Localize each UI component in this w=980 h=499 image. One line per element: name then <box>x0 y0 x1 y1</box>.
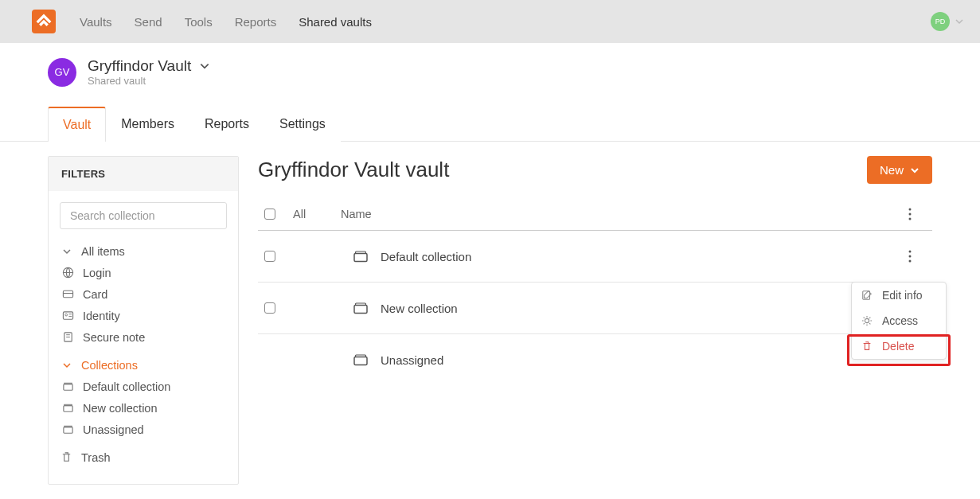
filter-collections[interactable]: Collections <box>60 354 227 376</box>
ctx-access[interactable]: Access <box>852 308 946 333</box>
table-row: Default collection <box>258 231 932 283</box>
table-row: Unassigned <box>258 334 932 385</box>
svg-rect-10 <box>64 384 72 391</box>
filter-label: Collections <box>81 359 138 372</box>
gear-icon <box>861 314 874 327</box>
row-menu-button[interactable] <box>894 250 926 263</box>
ctx-edit-info[interactable]: Edit info <box>852 283 946 308</box>
filter-secure-note[interactable]: Secure note <box>61 326 227 348</box>
vault-subtitle: Shared vault <box>88 75 210 87</box>
svg-point-29 <box>865 318 869 322</box>
row-name[interactable]: New collection <box>381 302 894 315</box>
nav-send[interactable]: Send <box>135 15 162 29</box>
filter-label: Identity <box>83 310 120 322</box>
nav-shared-vaults[interactable]: Shared vaults <box>299 15 372 29</box>
tab-vault[interactable]: Vault <box>48 107 106 142</box>
folder-icon <box>341 352 381 368</box>
vault-title: Gryffindor Vault <box>88 57 191 75</box>
trash-icon <box>60 450 73 464</box>
folder-icon <box>341 248 381 264</box>
svg-point-21 <box>909 251 912 253</box>
tab-settings[interactable]: Settings <box>264 107 341 142</box>
table-row: New collection <box>258 283 932 334</box>
svg-point-4 <box>65 314 68 316</box>
svg-rect-20 <box>356 251 366 254</box>
app-logo[interactable] <box>32 10 56 33</box>
filters-header: FILTERS <box>49 157 238 191</box>
filter-login[interactable]: Login <box>61 262 227 283</box>
svg-rect-11 <box>64 383 72 384</box>
svg-rect-14 <box>64 427 72 434</box>
svg-point-17 <box>909 213 912 216</box>
nav-tools[interactable]: Tools <box>185 15 213 29</box>
chevron-down-icon <box>910 166 919 175</box>
row-checkbox[interactable] <box>264 302 275 314</box>
card-icon <box>61 287 75 301</box>
filter-label: Login <box>83 267 111 279</box>
filter-label: Unassigned <box>83 423 144 436</box>
select-all-checkbox[interactable] <box>264 209 275 220</box>
svg-rect-27 <box>356 355 366 357</box>
content-area: FILTERS All items Login Card Identi <box>0 142 980 499</box>
ctx-label: Edit info <box>882 289 923 302</box>
svg-point-22 <box>909 255 912 258</box>
collection-default[interactable]: Default collection <box>61 376 227 397</box>
svg-rect-1 <box>63 290 72 297</box>
vault-avatar: GV <box>48 58 76 87</box>
filter-identity[interactable]: Identity <box>61 305 227 326</box>
filter-all-items[interactable]: All items <box>60 240 227 262</box>
filter-label: Default collection <box>83 380 170 393</box>
svg-point-16 <box>909 209 912 211</box>
filter-label: Card <box>83 288 107 301</box>
svg-rect-12 <box>64 406 72 412</box>
svg-rect-13 <box>64 404 72 405</box>
svg-rect-24 <box>354 306 367 314</box>
svg-rect-15 <box>64 426 72 427</box>
chevron-down-icon[interactable] <box>955 17 964 26</box>
tabs: Vault Members Reports Settings <box>0 106 980 141</box>
ctx-label: Delete <box>882 340 914 353</box>
new-button-label: New <box>880 163 904 177</box>
nav-reports[interactable]: Reports <box>235 15 277 29</box>
trash-icon <box>861 340 874 353</box>
vault-header: GV Gryffindor Vault Shared vault <box>0 43 980 87</box>
chevron-down-icon <box>60 244 73 258</box>
row-name[interactable]: Unassigned <box>381 353 894 367</box>
tab-members[interactable]: Members <box>106 107 189 142</box>
filter-label: All items <box>81 245 125 258</box>
chevron-down-icon <box>60 358 73 372</box>
row-name[interactable]: Default collection <box>381 250 894 263</box>
folder-icon <box>61 401 75 415</box>
ctx-label: Access <box>882 314 918 327</box>
filter-label: Secure note <box>83 331 145 344</box>
folder-icon <box>341 300 381 316</box>
dots-vertical-icon <box>908 208 912 220</box>
filter-label: New collection <box>83 402 158 415</box>
globe-icon <box>61 266 75 279</box>
id-icon <box>61 309 75 322</box>
svg-rect-26 <box>354 357 367 365</box>
collection-new[interactable]: New collection <box>61 397 227 419</box>
row-checkbox[interactable] <box>264 251 275 262</box>
header-menu-button[interactable] <box>894 208 926 220</box>
tab-reports[interactable]: Reports <box>189 107 264 142</box>
filter-trash[interactable]: Trash <box>60 446 227 468</box>
note-icon <box>61 330 75 344</box>
logo-icon <box>36 14 52 29</box>
col-all-label: All <box>293 208 341 220</box>
user-avatar[interactable]: PD <box>931 12 950 31</box>
chevron-down-icon[interactable] <box>199 60 210 72</box>
filters-sidebar: FILTERS All items Login Card Identi <box>48 156 239 485</box>
new-button[interactable]: New <box>867 156 932 184</box>
filter-label: Trash <box>81 451 111 464</box>
collection-unassigned[interactable]: Unassigned <box>61 419 227 440</box>
svg-rect-25 <box>356 303 366 306</box>
search-collection-input[interactable] <box>60 202 227 229</box>
edit-icon <box>861 289 874 302</box>
main-panel: Gryffindor Vault vault New All Name Defa… <box>258 156 932 485</box>
table-header: All Name <box>258 198 932 231</box>
filter-card[interactable]: Card <box>61 283 227 305</box>
nav-vaults[interactable]: Vaults <box>80 15 112 29</box>
svg-point-23 <box>909 260 912 263</box>
ctx-delete[interactable]: Delete <box>852 333 946 359</box>
